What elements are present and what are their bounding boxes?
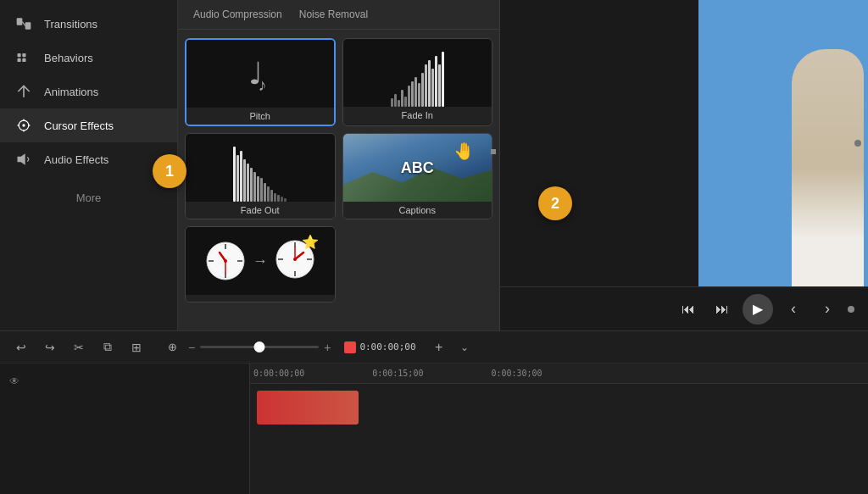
preview-canvas bbox=[500, 0, 868, 286]
clocks-label bbox=[186, 295, 335, 302]
sidebar-item-label-cursor-effects: Cursor Effects bbox=[44, 119, 114, 132]
sidebar-item-animations[interactable]: Animations bbox=[0, 75, 177, 108]
fade-in-thumb bbox=[343, 39, 492, 107]
ruler-label-30: 0:00:30;00 bbox=[491, 369, 542, 378]
next-button[interactable]: › bbox=[814, 296, 841, 323]
sidebar-item-label-behaviors: Behaviors bbox=[44, 52, 93, 64]
clock1-icon bbox=[205, 241, 246, 281]
svg-rect-6 bbox=[22, 58, 25, 62]
effects-header: Audio Compression Noise Removal bbox=[178, 0, 499, 30]
cursor-effects-icon bbox=[14, 117, 34, 134]
sidebar-item-transitions[interactable]: Transitions bbox=[0, 7, 177, 41]
animations-icon bbox=[14, 83, 34, 100]
zoom-track[interactable] bbox=[200, 346, 319, 348]
effects-grid: ♩♪ Pitch bbox=[178, 30, 499, 311]
copy-button[interactable]: ⧉ bbox=[97, 336, 119, 358]
captions-thumb: 🤚 ABC bbox=[343, 134, 492, 202]
track-controls: 👁 bbox=[0, 364, 250, 494]
header-audio-compression[interactable]: Audio Compression bbox=[185, 5, 291, 24]
paste-button[interactable]: ⊞ bbox=[125, 336, 147, 358]
svg-rect-1 bbox=[25, 22, 31, 29]
svg-point-32 bbox=[293, 258, 297, 261]
timecode-marker bbox=[344, 341, 356, 353]
effect-card-fade-out[interactable]: Fade Out bbox=[185, 133, 336, 219]
prev-button[interactable]: ‹ bbox=[780, 296, 807, 323]
annotation-badge-2: 2 bbox=[538, 186, 572, 220]
timeline-content: 0:00:00;00 0:00:15;00 0:00:30;00 bbox=[250, 364, 868, 494]
zoom-icon[interactable]: ⊕ bbox=[161, 336, 183, 358]
abc-text: ABC bbox=[401, 159, 434, 177]
clocks-thumb: → bbox=[186, 227, 335, 295]
track-control-row-1: 👁 bbox=[5, 369, 244, 394]
svg-point-23 bbox=[224, 259, 227, 263]
add-track-button[interactable]: + bbox=[428, 336, 450, 358]
track-eye-icon[interactable]: 👁 bbox=[5, 372, 24, 391]
svg-rect-5 bbox=[22, 53, 25, 57]
speed-indicator bbox=[848, 306, 854, 313]
effect-card-clocks[interactable]: → bbox=[185, 226, 336, 303]
sidebar-item-behaviors[interactable]: Behaviors bbox=[0, 41, 177, 75]
audio-effects-icon bbox=[14, 151, 34, 168]
play-button[interactable]: ▶ bbox=[743, 294, 773, 325]
track-lane bbox=[250, 384, 868, 494]
svg-marker-14 bbox=[18, 153, 25, 164]
zoom-minus[interactable]: − bbox=[188, 341, 195, 354]
step-back-button[interactable]: ⏭ bbox=[709, 296, 736, 323]
effect-card-fade-in[interactable]: Fade In bbox=[342, 38, 493, 126]
behaviors-icon bbox=[14, 49, 34, 66]
timeline-body: 👁 0:00:00;00 0:00:15;00 0:00:30;00 bbox=[0, 364, 868, 494]
redo-button[interactable]: ↪ bbox=[39, 336, 61, 358]
more-button[interactable]: More bbox=[0, 180, 177, 216]
transitions-icon bbox=[14, 15, 34, 32]
svg-line-2 bbox=[22, 22, 25, 26]
fade-out-thumb bbox=[186, 134, 335, 202]
svg-rect-0 bbox=[17, 18, 23, 25]
sidebar: Transitions Behaviors Animations bbox=[0, 0, 178, 330]
header-noise-removal[interactable]: Noise Removal bbox=[291, 5, 376, 24]
pitch-thumb: ♩♪ bbox=[186, 40, 334, 108]
clock2-container: ⭐ bbox=[275, 239, 315, 283]
track-controls-btns: + ⌄ bbox=[428, 336, 476, 358]
captions-label: Captions bbox=[343, 202, 492, 219]
arrow-icon: → bbox=[253, 253, 268, 270]
zoom-thumb[interactable] bbox=[254, 341, 265, 352]
ruler-label-0: 0:00:00;00 bbox=[253, 369, 304, 378]
sidebar-item-audio-effects[interactable]: Audio Effects bbox=[0, 142, 177, 176]
timeline-ruler: 0:00:00;00 0:00:15;00 0:00:30;00 bbox=[250, 364, 868, 384]
timeline-toolbar: ↩ ↪ ✂ ⧉ ⊞ ⊕ − + 0:00:00;00 + ⌄ bbox=[0, 331, 868, 364]
svg-rect-3 bbox=[18, 53, 21, 57]
expand-track-button[interactable]: ⌄ bbox=[453, 336, 476, 358]
skip-back-button[interactable]: ⏮ bbox=[675, 296, 702, 323]
timecode-value: 0:00:00;00 bbox=[359, 341, 415, 352]
preview-area: ⏮ ⏭ ▶ ‹ › bbox=[500, 0, 868, 330]
star-icon: ⭐ bbox=[302, 234, 319, 250]
undo-button[interactable]: ↩ bbox=[10, 336, 32, 358]
effects-panel: Audio Compression Noise Removal ♩♪ Pitch bbox=[178, 0, 500, 330]
person-silhouette bbox=[792, 49, 864, 286]
effect-card-pitch[interactable]: ♩♪ Pitch bbox=[185, 38, 336, 126]
fade-in-label: Fade In bbox=[343, 107, 492, 124]
timecode-display: 0:00:00;00 bbox=[344, 341, 415, 353]
zoom-slider: ⊕ − + bbox=[161, 336, 331, 358]
svg-rect-4 bbox=[18, 58, 21, 62]
sidebar-item-label-transitions: Transitions bbox=[44, 18, 97, 31]
svg-point-9 bbox=[22, 124, 25, 126]
panel-scroll-dot bbox=[854, 140, 861, 147]
sidebar-item-label-audio-effects: Audio Effects bbox=[44, 153, 108, 166]
hand-cursor-icon: 🤚 bbox=[453, 141, 475, 161]
timeline-clip-main[interactable] bbox=[257, 391, 359, 425]
sidebar-item-cursor-effects[interactable]: Cursor Effects bbox=[0, 108, 177, 142]
music-note-icon: ♩♪ bbox=[248, 58, 271, 89]
scroll-indicator bbox=[491, 149, 496, 154]
cut-button[interactable]: ✂ bbox=[68, 336, 90, 358]
annotation-badge-1: 1 bbox=[153, 154, 186, 188]
sidebar-item-label-animations: Animations bbox=[44, 86, 98, 98]
timeline-area: ↩ ↪ ✂ ⧉ ⊞ ⊕ − + 0:00:00;00 + ⌄ bbox=[0, 330, 868, 494]
effect-card-captions[interactable]: 🤚 ABC Captions bbox=[342, 133, 493, 219]
playback-controls: ⏮ ⏭ ▶ ‹ › bbox=[500, 286, 868, 330]
zoom-plus[interactable]: + bbox=[324, 341, 331, 354]
preview-dark-bg bbox=[500, 0, 698, 286]
fade-out-label: Fade Out bbox=[186, 202, 335, 219]
ruler-label-15: 0:00:15;00 bbox=[372, 369, 423, 378]
pitch-label: Pitch bbox=[186, 108, 334, 125]
